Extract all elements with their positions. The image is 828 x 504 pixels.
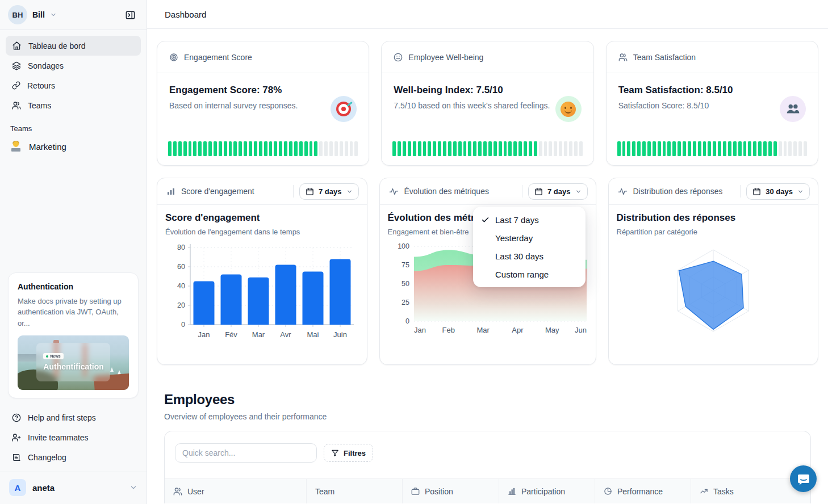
menu-item-custom-range[interactable]: Custom range	[473, 265, 586, 283]
progress-segment	[299, 141, 303, 156]
menu-item-label: Custom range	[495, 270, 549, 279]
progress-segment	[579, 141, 583, 156]
check-icon	[481, 216, 495, 224]
progress-segment	[637, 141, 641, 156]
filters-button[interactable]: Filtres	[324, 444, 373, 462]
range-dropdown-menu: Last 7 daysYesterdayLast 30 daysCustom r…	[473, 207, 586, 287]
search-input[interactable]	[175, 443, 317, 463]
progress-segment	[233, 141, 237, 156]
stat-card-header-label: Employee Well-being	[408, 53, 483, 62]
progress-segment	[779, 141, 782, 156]
progress-segment	[310, 141, 313, 156]
progress-segment	[168, 141, 172, 156]
progress-segment	[627, 141, 630, 156]
progress-segment	[768, 141, 772, 156]
employees-subtitle: Overview of employees and their performa…	[164, 412, 811, 421]
progress-segment	[334, 141, 338, 156]
progress-segment	[569, 141, 572, 156]
progress-segment	[219, 141, 222, 156]
svg-text:May: May	[545, 326, 559, 334]
menu-item-last-30-days[interactable]: Last 30 days	[473, 247, 586, 265]
promo-image-title: Authentification	[43, 362, 104, 371]
range-selector-button[interactable]: 30 days	[746, 183, 810, 200]
menu-item-yesterday[interactable]: Yesterday	[473, 229, 586, 247]
progress-segment	[189, 141, 192, 156]
progress-segment	[539, 141, 542, 156]
range-selector-button[interactable]: 7 days	[299, 183, 358, 200]
authentication-promo-card[interactable]: Authentication Make docs private by sett…	[8, 272, 139, 399]
progress-segment	[499, 141, 502, 156]
promo-title: Authentication	[18, 282, 129, 291]
column-label: Position	[425, 487, 453, 496]
filters-label: Filtres	[344, 449, 366, 457]
progress-segment	[324, 141, 328, 156]
svg-text:60: 60	[177, 263, 185, 271]
range-selector-button[interactable]: 7 days	[528, 183, 587, 200]
progress-segment	[653, 141, 656, 156]
progress-segment	[398, 141, 401, 156]
collapse-sidebar-button[interactable]	[120, 5, 140, 24]
column-header-participation[interactable]: Participation	[499, 479, 595, 503]
account-switcher[interactable]: A aneta	[0, 472, 147, 504]
progress-segment	[428, 141, 431, 156]
column-header-position[interactable]: Position	[403, 479, 499, 503]
progress-segment	[688, 141, 691, 156]
promo-image-overlay: News Authentification	[36, 343, 110, 381]
progress-segment	[483, 141, 487, 156]
svg-text:Jan: Jan	[414, 326, 426, 334]
svg-text:Mar: Mar	[476, 326, 490, 334]
chart-card-header-label: Distribution des réponses	[633, 187, 723, 196]
menu-item-last-7-days[interactable]: Last 7 days	[473, 211, 586, 229]
progress-segment	[763, 141, 767, 156]
users-icon	[618, 53, 628, 62]
app-root: BH Bill Tableau de bordSondagesRetoursTe…	[0, 0, 828, 504]
smile-icon	[394, 53, 403, 62]
menu-item-label: Last 30 days	[495, 251, 543, 261]
sidebar-footer-item-changelog[interactable]: Changelog	[6, 447, 141, 467]
progress-segment	[703, 141, 706, 156]
svg-text:80: 80	[177, 243, 185, 251]
progress-segment	[647, 141, 651, 156]
progress-segment	[693, 141, 696, 156]
svg-text:Mai: Mai	[307, 330, 319, 339]
sidebar-item-tableau-de-bord[interactable]: Tableau de bord	[6, 36, 141, 56]
progress-segment	[529, 141, 532, 156]
column-header-team[interactable]: Team	[307, 479, 403, 503]
stat-subtitle: Satisfaction Score: 8.5/10	[618, 101, 806, 110]
progress-segment	[304, 141, 308, 156]
column-header-performance[interactable]: Performance	[595, 479, 691, 503]
progress-segment	[494, 141, 497, 156]
svg-text:Avr: Avr	[280, 330, 291, 339]
progress-segment	[658, 141, 661, 156]
promo-image[interactable]: News Authentification	[18, 335, 129, 390]
nav-item-label: Teams	[28, 101, 51, 110]
sidebar-item-retours[interactable]: Retours	[6, 75, 141, 95]
stat-title: Well-being Index: 7.5/10	[394, 85, 581, 96]
sidebar-item-sondages[interactable]: Sondages	[6, 56, 141, 75]
target-emoji-icon	[336, 102, 351, 116]
column-header-user[interactable]: User	[165, 479, 307, 503]
link-icon	[12, 81, 20, 90]
workspace-switcher[interactable]: BH Bill	[0, 0, 147, 30]
progress-segment	[743, 141, 747, 156]
sidebar-item-marketing[interactable]: Marketing	[0, 136, 147, 157]
calendar-icon	[306, 187, 314, 196]
columns-chart-icon	[508, 487, 516, 495]
smiley-emoji-icon	[561, 102, 576, 117]
sidebar-footer-item-help-and-first-steps[interactable]: Help and first steps	[6, 408, 141, 427]
progress-segment	[329, 141, 333, 156]
chat-launcher-button[interactable]	[790, 465, 817, 492]
sidebar-footer-item-invite-teammates[interactable]: Invite teammates	[6, 427, 141, 447]
progress-segment	[513, 141, 517, 156]
progress-segment	[254, 141, 257, 156]
chart-title: Score d'engagement	[165, 212, 359, 224]
stat-subtitle: 7.5/10 based on this week's shared feeli…	[394, 101, 581, 110]
progress-segment	[279, 141, 282, 156]
sidebar-item-teams[interactable]: Teams	[6, 95, 141, 115]
nav-item-label: Tableau de bord	[28, 41, 85, 51]
svg-text:40: 40	[177, 282, 185, 290]
menu-item-label: Last 7 days	[495, 215, 539, 225]
chart-subtitle: Évolution de l'engagement dans le temps	[165, 228, 359, 236]
stat-card-team-satisfaction: Team Satisfaction Team Satisfaction: 8.5…	[606, 41, 818, 166]
stat-title: Team Satisfaction: 8.5/10	[618, 85, 806, 96]
